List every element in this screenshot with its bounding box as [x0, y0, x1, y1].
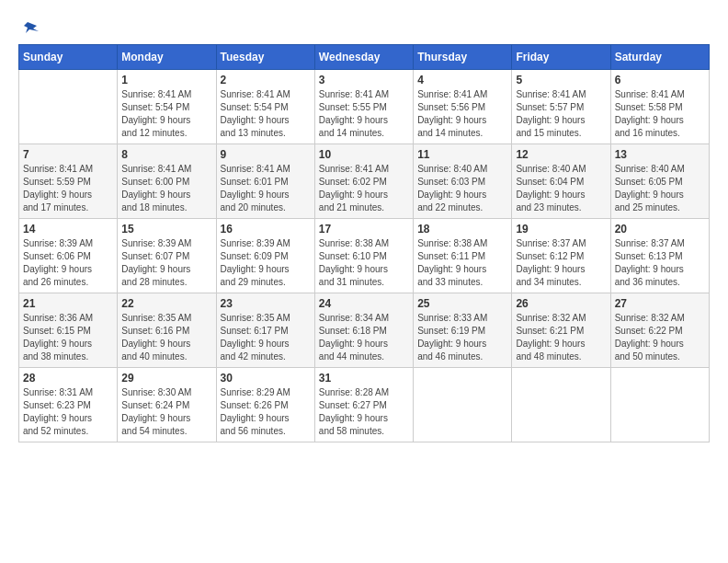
day-info: Sunrise: 8:41 AM Sunset: 6:00 PM Dayligh… — [121, 163, 211, 214]
calendar-cell: 30Sunrise: 8:29 AM Sunset: 6:26 PM Dayli… — [216, 368, 314, 442]
day-number: 24 — [319, 297, 409, 310]
day-number: 8 — [121, 148, 211, 161]
day-info: Sunrise: 8:31 AM Sunset: 6:23 PM Dayligh… — [23, 386, 113, 438]
day-number: 6 — [615, 74, 705, 86]
day-number: 25 — [417, 297, 507, 310]
day-info: Sunrise: 8:39 AM Sunset: 6:09 PM Dayligh… — [221, 237, 311, 289]
day-number: 30 — [221, 372, 311, 385]
day-number: 27 — [615, 297, 705, 310]
calendar-cell: 31Sunrise: 8:28 AM Sunset: 6:27 PM Dayli… — [314, 368, 413, 442]
day-number: 3 — [319, 74, 409, 86]
calendar-cell: 10Sunrise: 8:41 AM Sunset: 6:02 PM Dayli… — [314, 144, 413, 219]
calendar-cell: 2Sunrise: 8:41 AM Sunset: 5:54 PM Daylig… — [216, 70, 314, 144]
calendar-cell: 27Sunrise: 8:32 AM Sunset: 6:22 PM Dayli… — [610, 293, 709, 368]
day-info: Sunrise: 8:39 AM Sunset: 6:07 PM Dayligh… — [121, 237, 211, 289]
day-info: Sunrise: 8:34 AM Sunset: 6:18 PM Dayligh… — [319, 312, 409, 363]
day-info: Sunrise: 8:41 AM Sunset: 5:59 PM Dayligh… — [23, 163, 113, 214]
calendar-cell: 4Sunrise: 8:41 AM Sunset: 5:56 PM Daylig… — [414, 70, 512, 144]
day-number: 12 — [516, 148, 606, 161]
day-info: Sunrise: 8:32 AM Sunset: 6:22 PM Dayligh… — [615, 312, 705, 363]
day-number: 13 — [615, 148, 705, 161]
day-number: 31 — [319, 372, 409, 385]
calendar-cell — [512, 368, 610, 442]
day-number: 28 — [23, 372, 113, 385]
day-number: 20 — [615, 223, 705, 236]
header-thursday: Thursday — [414, 45, 512, 70]
calendar-cell: 8Sunrise: 8:41 AM Sunset: 6:00 PM Daylig… — [118, 144, 216, 219]
day-number: 14 — [23, 223, 113, 236]
calendar-cell: 21Sunrise: 8:36 AM Sunset: 6:15 PM Dayli… — [19, 293, 118, 368]
day-info: Sunrise: 8:38 AM Sunset: 6:11 PM Dayligh… — [417, 237, 507, 289]
day-info: Sunrise: 8:41 AM Sunset: 5:54 PM Dayligh… — [221, 88, 311, 140]
calendar-cell: 25Sunrise: 8:33 AM Sunset: 6:19 PM Dayli… — [414, 293, 512, 368]
day-number: 29 — [121, 372, 211, 385]
calendar-cell: 1Sunrise: 8:41 AM Sunset: 5:54 PM Daylig… — [118, 70, 216, 144]
day-number: 9 — [221, 148, 311, 161]
day-number: 7 — [23, 148, 113, 161]
day-info: Sunrise: 8:37 AM Sunset: 6:12 PM Dayligh… — [516, 237, 606, 289]
day-info: Sunrise: 8:37 AM Sunset: 6:13 PM Dayligh… — [615, 237, 705, 289]
calendar-cell: 20Sunrise: 8:37 AM Sunset: 6:13 PM Dayli… — [610, 219, 709, 293]
day-info: Sunrise: 8:41 AM Sunset: 5:56 PM Dayligh… — [417, 88, 507, 140]
calendar-cell — [414, 368, 512, 442]
day-info: Sunrise: 8:39 AM Sunset: 6:06 PM Dayligh… — [23, 237, 113, 289]
day-info: Sunrise: 8:28 AM Sunset: 6:27 PM Dayligh… — [319, 386, 409, 438]
calendar-cell: 23Sunrise: 8:35 AM Sunset: 6:17 PM Dayli… — [216, 293, 314, 368]
calendar-cell: 17Sunrise: 8:38 AM Sunset: 6:10 PM Dayli… — [314, 219, 413, 293]
header-wednesday: Wednesday — [314, 45, 413, 70]
calendar-cell: 3Sunrise: 8:41 AM Sunset: 5:55 PM Daylig… — [314, 70, 413, 144]
day-info: Sunrise: 8:35 AM Sunset: 6:17 PM Dayligh… — [221, 312, 311, 363]
header — [18, 18, 710, 35]
header-monday: Monday — [118, 45, 216, 70]
calendar-week-row: 1Sunrise: 8:41 AM Sunset: 5:54 PM Daylig… — [19, 70, 710, 144]
calendar-cell: 5Sunrise: 8:41 AM Sunset: 5:57 PM Daylig… — [512, 70, 610, 144]
calendar-cell: 12Sunrise: 8:40 AM Sunset: 6:04 PM Dayli… — [512, 144, 610, 219]
calendar-cell: 24Sunrise: 8:34 AM Sunset: 6:18 PM Dayli… — [314, 293, 413, 368]
day-number: 16 — [221, 223, 311, 236]
day-info: Sunrise: 8:35 AM Sunset: 6:16 PM Dayligh… — [121, 312, 211, 363]
day-number: 22 — [121, 297, 211, 310]
header-saturday: Saturday — [610, 45, 709, 70]
calendar-cell: 13Sunrise: 8:40 AM Sunset: 6:05 PM Dayli… — [610, 144, 709, 219]
calendar-week-row: 28Sunrise: 8:31 AM Sunset: 6:23 PM Dayli… — [19, 368, 710, 442]
day-number: 15 — [121, 223, 211, 236]
calendar-week-row: 21Sunrise: 8:36 AM Sunset: 6:15 PM Dayli… — [19, 293, 710, 368]
calendar-week-row: 7Sunrise: 8:41 AM Sunset: 5:59 PM Daylig… — [19, 144, 710, 219]
day-number: 2 — [221, 74, 311, 86]
calendar-cell: 9Sunrise: 8:41 AM Sunset: 6:01 PM Daylig… — [216, 144, 314, 219]
header-tuesday: Tuesday — [216, 45, 314, 70]
svg-marker-0 — [24, 22, 39, 33]
day-number: 1 — [121, 74, 211, 86]
day-info: Sunrise: 8:40 AM Sunset: 6:03 PM Dayligh… — [417, 163, 507, 214]
calendar-cell: 29Sunrise: 8:30 AM Sunset: 6:24 PM Dayli… — [118, 368, 216, 442]
day-info: Sunrise: 8:32 AM Sunset: 6:21 PM Dayligh… — [516, 312, 606, 363]
calendar-cell: 28Sunrise: 8:31 AM Sunset: 6:23 PM Dayli… — [19, 368, 118, 442]
day-number: 18 — [417, 223, 507, 236]
calendar-cell: 26Sunrise: 8:32 AM Sunset: 6:21 PM Dayli… — [512, 293, 610, 368]
calendar-cell: 6Sunrise: 8:41 AM Sunset: 5:58 PM Daylig… — [610, 70, 709, 144]
calendar-cell: 19Sunrise: 8:37 AM Sunset: 6:12 PM Dayli… — [512, 219, 610, 293]
logo-bird-icon — [20, 18, 40, 39]
calendar-cell: 11Sunrise: 8:40 AM Sunset: 6:03 PM Dayli… — [414, 144, 512, 219]
day-info: Sunrise: 8:41 AM Sunset: 5:58 PM Dayligh… — [615, 88, 705, 140]
day-info: Sunrise: 8:30 AM Sunset: 6:24 PM Dayligh… — [121, 386, 211, 438]
day-info: Sunrise: 8:41 AM Sunset: 5:54 PM Dayligh… — [121, 88, 211, 140]
logo — [18, 18, 40, 35]
day-info: Sunrise: 8:33 AM Sunset: 6:19 PM Dayligh… — [417, 312, 507, 363]
calendar-cell — [610, 368, 709, 442]
calendar-cell: 16Sunrise: 8:39 AM Sunset: 6:09 PM Dayli… — [216, 219, 314, 293]
calendar-cell: 18Sunrise: 8:38 AM Sunset: 6:11 PM Dayli… — [414, 219, 512, 293]
day-number: 19 — [516, 223, 606, 236]
day-number: 17 — [319, 223, 409, 236]
calendar-table: SundayMondayTuesdayWednesdayThursdayFrid… — [18, 44, 710, 442]
header-friday: Friday — [512, 45, 610, 70]
header-sunday: Sunday — [19, 45, 118, 70]
calendar-cell: 14Sunrise: 8:39 AM Sunset: 6:06 PM Dayli… — [19, 219, 118, 293]
day-info: Sunrise: 8:41 AM Sunset: 6:01 PM Dayligh… — [221, 163, 311, 214]
calendar-cell: 22Sunrise: 8:35 AM Sunset: 6:16 PM Dayli… — [118, 293, 216, 368]
calendar-header-row: SundayMondayTuesdayWednesdayThursdayFrid… — [19, 45, 710, 70]
day-number: 10 — [319, 148, 409, 161]
day-info: Sunrise: 8:29 AM Sunset: 6:26 PM Dayligh… — [221, 386, 311, 438]
calendar-cell: 7Sunrise: 8:41 AM Sunset: 5:59 PM Daylig… — [19, 144, 118, 219]
calendar-week-row: 14Sunrise: 8:39 AM Sunset: 6:06 PM Dayli… — [19, 219, 710, 293]
